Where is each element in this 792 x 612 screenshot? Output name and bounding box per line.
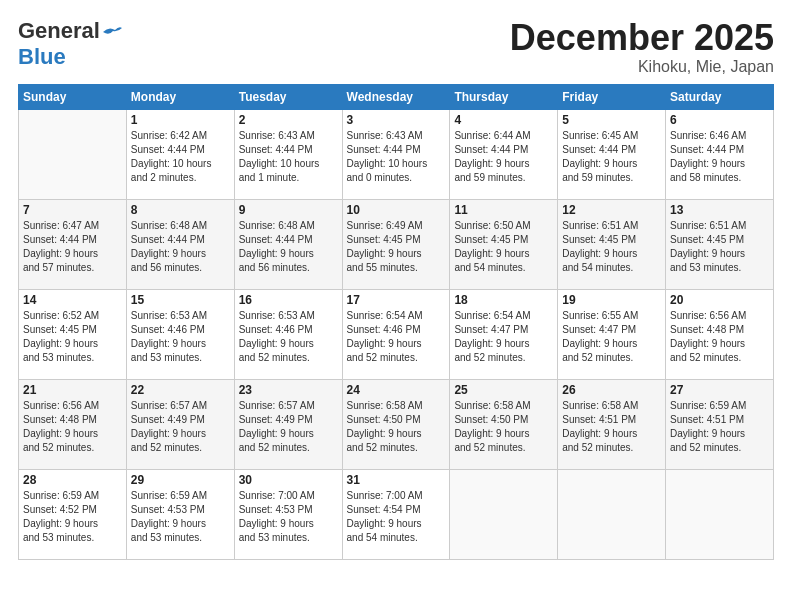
page: General Blue December 2025 Kihoku, Mie, … (0, 0, 792, 612)
calendar-header-monday: Monday (126, 84, 234, 109)
header: General Blue December 2025 Kihoku, Mie, … (18, 18, 774, 76)
cell-info: Sunrise: 6:51 AMSunset: 4:45 PMDaylight:… (562, 219, 661, 275)
title-block: December 2025 Kihoku, Mie, Japan (510, 18, 774, 76)
cell-info: Sunrise: 6:48 AMSunset: 4:44 PMDaylight:… (239, 219, 338, 275)
cell-date: 1 (131, 113, 230, 127)
cell-info: Sunrise: 6:57 AMSunset: 4:49 PMDaylight:… (131, 399, 230, 455)
calendar-cell: 12Sunrise: 6:51 AMSunset: 4:45 PMDayligh… (558, 199, 666, 289)
cell-info: Sunrise: 6:59 AMSunset: 4:51 PMDaylight:… (670, 399, 769, 455)
cell-info: Sunrise: 6:46 AMSunset: 4:44 PMDaylight:… (670, 129, 769, 185)
calendar-cell: 16Sunrise: 6:53 AMSunset: 4:46 PMDayligh… (234, 289, 342, 379)
cell-date: 26 (562, 383, 661, 397)
cell-info: Sunrise: 6:42 AMSunset: 4:44 PMDaylight:… (131, 129, 230, 185)
cell-date: 28 (23, 473, 122, 487)
cell-info: Sunrise: 6:55 AMSunset: 4:47 PMDaylight:… (562, 309, 661, 365)
cell-date: 10 (347, 203, 446, 217)
calendar-cell: 20Sunrise: 6:56 AMSunset: 4:48 PMDayligh… (666, 289, 774, 379)
calendar-cell: 22Sunrise: 6:57 AMSunset: 4:49 PMDayligh… (126, 379, 234, 469)
calendar-cell: 8Sunrise: 6:48 AMSunset: 4:44 PMDaylight… (126, 199, 234, 289)
cell-date: 4 (454, 113, 553, 127)
calendar-cell: 10Sunrise: 6:49 AMSunset: 4:45 PMDayligh… (342, 199, 450, 289)
cell-info: Sunrise: 7:00 AMSunset: 4:53 PMDaylight:… (239, 489, 338, 545)
logo-text: General (18, 18, 123, 44)
cell-date: 19 (562, 293, 661, 307)
cell-date: 17 (347, 293, 446, 307)
cell-info: Sunrise: 7:00 AMSunset: 4:54 PMDaylight:… (347, 489, 446, 545)
calendar-cell: 9Sunrise: 6:48 AMSunset: 4:44 PMDaylight… (234, 199, 342, 289)
cell-info: Sunrise: 6:58 AMSunset: 4:50 PMDaylight:… (454, 399, 553, 455)
calendar-cell: 26Sunrise: 6:58 AMSunset: 4:51 PMDayligh… (558, 379, 666, 469)
cell-info: Sunrise: 6:57 AMSunset: 4:49 PMDaylight:… (239, 399, 338, 455)
calendar-week-2: 7Sunrise: 6:47 AMSunset: 4:44 PMDaylight… (19, 199, 774, 289)
cell-date: 9 (239, 203, 338, 217)
cell-date: 31 (347, 473, 446, 487)
calendar: SundayMondayTuesdayWednesdayThursdayFrid… (18, 84, 774, 560)
calendar-cell: 19Sunrise: 6:55 AMSunset: 4:47 PMDayligh… (558, 289, 666, 379)
calendar-cell: 3Sunrise: 6:43 AMSunset: 4:44 PMDaylight… (342, 109, 450, 199)
cell-info: Sunrise: 6:48 AMSunset: 4:44 PMDaylight:… (131, 219, 230, 275)
cell-info: Sunrise: 6:43 AMSunset: 4:44 PMDaylight:… (347, 129, 446, 185)
cell-info: Sunrise: 6:47 AMSunset: 4:44 PMDaylight:… (23, 219, 122, 275)
cell-info: Sunrise: 6:59 AMSunset: 4:53 PMDaylight:… (131, 489, 230, 545)
calendar-cell: 18Sunrise: 6:54 AMSunset: 4:47 PMDayligh… (450, 289, 558, 379)
cell-info: Sunrise: 6:58 AMSunset: 4:50 PMDaylight:… (347, 399, 446, 455)
cell-date: 11 (454, 203, 553, 217)
calendar-cell: 6Sunrise: 6:46 AMSunset: 4:44 PMDaylight… (666, 109, 774, 199)
cell-info: Sunrise: 6:59 AMSunset: 4:52 PMDaylight:… (23, 489, 122, 545)
logo-general: General (18, 18, 100, 43)
cell-date: 25 (454, 383, 553, 397)
calendar-week-1: 1Sunrise: 6:42 AMSunset: 4:44 PMDaylight… (19, 109, 774, 199)
calendar-header-sunday: Sunday (19, 84, 127, 109)
cell-info: Sunrise: 6:53 AMSunset: 4:46 PMDaylight:… (239, 309, 338, 365)
cell-date: 27 (670, 383, 769, 397)
cell-info: Sunrise: 6:43 AMSunset: 4:44 PMDaylight:… (239, 129, 338, 185)
calendar-week-3: 14Sunrise: 6:52 AMSunset: 4:45 PMDayligh… (19, 289, 774, 379)
cell-date: 6 (670, 113, 769, 127)
cell-info: Sunrise: 6:56 AMSunset: 4:48 PMDaylight:… (670, 309, 769, 365)
cell-info: Sunrise: 6:54 AMSunset: 4:47 PMDaylight:… (454, 309, 553, 365)
cell-date: 16 (239, 293, 338, 307)
calendar-cell: 14Sunrise: 6:52 AMSunset: 4:45 PMDayligh… (19, 289, 127, 379)
calendar-cell (558, 469, 666, 559)
calendar-cell: 2Sunrise: 6:43 AMSunset: 4:44 PMDaylight… (234, 109, 342, 199)
cell-info: Sunrise: 6:50 AMSunset: 4:45 PMDaylight:… (454, 219, 553, 275)
cell-info: Sunrise: 6:56 AMSunset: 4:48 PMDaylight:… (23, 399, 122, 455)
calendar-cell: 25Sunrise: 6:58 AMSunset: 4:50 PMDayligh… (450, 379, 558, 469)
logo: General Blue (18, 18, 123, 70)
cell-date: 15 (131, 293, 230, 307)
calendar-cell: 13Sunrise: 6:51 AMSunset: 4:45 PMDayligh… (666, 199, 774, 289)
calendar-cell: 1Sunrise: 6:42 AMSunset: 4:44 PMDaylight… (126, 109, 234, 199)
calendar-header-wednesday: Wednesday (342, 84, 450, 109)
cell-info: Sunrise: 6:49 AMSunset: 4:45 PMDaylight:… (347, 219, 446, 275)
calendar-cell: 29Sunrise: 6:59 AMSunset: 4:53 PMDayligh… (126, 469, 234, 559)
cell-date: 12 (562, 203, 661, 217)
cell-date: 8 (131, 203, 230, 217)
cell-date: 24 (347, 383, 446, 397)
cell-info: Sunrise: 6:58 AMSunset: 4:51 PMDaylight:… (562, 399, 661, 455)
cell-date: 13 (670, 203, 769, 217)
page-subtitle: Kihoku, Mie, Japan (510, 58, 774, 76)
calendar-cell: 4Sunrise: 6:44 AMSunset: 4:44 PMDaylight… (450, 109, 558, 199)
cell-date: 30 (239, 473, 338, 487)
calendar-cell: 7Sunrise: 6:47 AMSunset: 4:44 PMDaylight… (19, 199, 127, 289)
calendar-cell: 23Sunrise: 6:57 AMSunset: 4:49 PMDayligh… (234, 379, 342, 469)
cell-date: 2 (239, 113, 338, 127)
cell-info: Sunrise: 6:54 AMSunset: 4:46 PMDaylight:… (347, 309, 446, 365)
cell-date: 20 (670, 293, 769, 307)
calendar-header-row: SundayMondayTuesdayWednesdayThursdayFrid… (19, 84, 774, 109)
calendar-cell: 28Sunrise: 6:59 AMSunset: 4:52 PMDayligh… (19, 469, 127, 559)
calendar-week-5: 28Sunrise: 6:59 AMSunset: 4:52 PMDayligh… (19, 469, 774, 559)
cell-date: 14 (23, 293, 122, 307)
calendar-cell: 17Sunrise: 6:54 AMSunset: 4:46 PMDayligh… (342, 289, 450, 379)
cell-date: 18 (454, 293, 553, 307)
cell-info: Sunrise: 6:45 AMSunset: 4:44 PMDaylight:… (562, 129, 661, 185)
calendar-cell: 5Sunrise: 6:45 AMSunset: 4:44 PMDaylight… (558, 109, 666, 199)
cell-date: 21 (23, 383, 122, 397)
calendar-cell: 31Sunrise: 7:00 AMSunset: 4:54 PMDayligh… (342, 469, 450, 559)
calendar-cell: 30Sunrise: 7:00 AMSunset: 4:53 PMDayligh… (234, 469, 342, 559)
calendar-cell: 27Sunrise: 6:59 AMSunset: 4:51 PMDayligh… (666, 379, 774, 469)
cell-date: 22 (131, 383, 230, 397)
cell-date: 3 (347, 113, 446, 127)
calendar-cell: 11Sunrise: 6:50 AMSunset: 4:45 PMDayligh… (450, 199, 558, 289)
cell-date: 5 (562, 113, 661, 127)
